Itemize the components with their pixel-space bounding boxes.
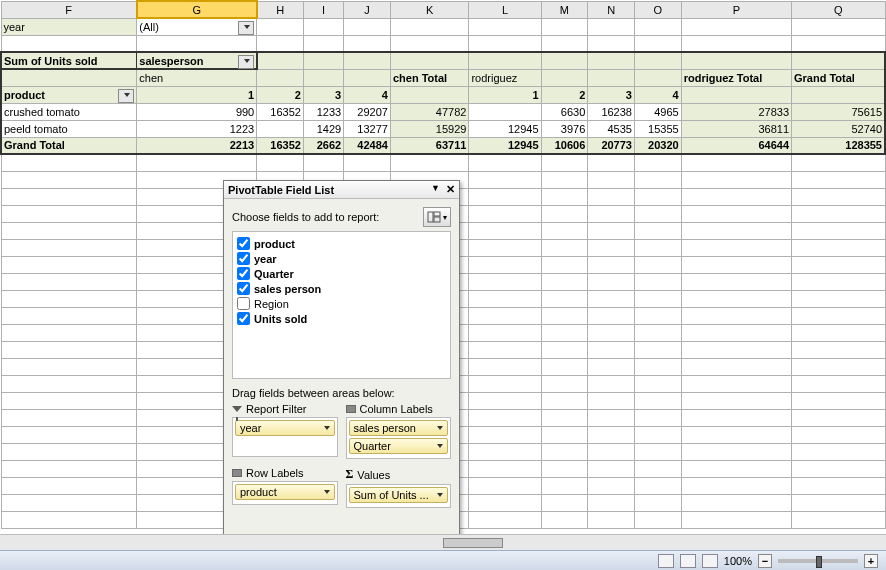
field-item-year[interactable]: year	[237, 251, 446, 266]
report-filter-area[interactable]: year	[232, 417, 338, 457]
field-checkbox[interactable]	[237, 312, 250, 325]
col-header-H[interactable]: H	[257, 1, 304, 18]
column-icon	[346, 405, 356, 413]
svg-rect-2	[434, 217, 440, 222]
col-header-F[interactable]: F	[1, 1, 137, 18]
col-header-K[interactable]: K	[390, 1, 469, 18]
field-item-Quarter[interactable]: Quarter	[237, 266, 446, 281]
field-chip-product[interactable]: product	[235, 484, 335, 500]
col-header-P[interactable]: P	[681, 1, 791, 18]
filter-field-label: year	[1, 18, 137, 35]
data-cell[interactable]: 29207	[344, 103, 391, 120]
col-header-G[interactable]: G	[137, 1, 257, 18]
values-label: Sum of Units sold	[1, 52, 137, 69]
product-dropdown[interactable]: product	[1, 86, 137, 103]
subtotal-cell: 15929	[390, 120, 469, 137]
data-cell[interactable]: 13277	[344, 120, 391, 137]
data-cell[interactable]: 16352	[257, 103, 304, 120]
subtotal-cell: 63711	[390, 137, 469, 154]
col-header-J[interactable]: J	[344, 1, 391, 18]
sigma-icon: Σ	[346, 467, 354, 482]
quarter-cell: 2	[257, 86, 304, 103]
field-item-Units-sold[interactable]: Units sold	[237, 311, 446, 326]
col-header-L[interactable]: L	[469, 1, 541, 18]
page-layout-view-button[interactable]	[680, 554, 696, 568]
rodriguez-total-header: rodriguez Total	[681, 69, 791, 86]
col-header-O[interactable]: O	[634, 1, 681, 18]
field-chip-salesperson[interactable]: sales person	[349, 420, 449, 436]
field-checkbox[interactable]	[237, 282, 250, 295]
values-area[interactable]: Sum of Units ...	[346, 484, 452, 508]
col-header-I[interactable]: I	[303, 1, 343, 18]
data-cell[interactable]: 1233	[303, 103, 343, 120]
chevron-down-icon	[437, 444, 443, 448]
quarter-cell: 2	[541, 86, 588, 103]
quarter-cell: 3	[303, 86, 343, 103]
field-list[interactable]: productyearQuartersales personRegionUnit…	[232, 231, 451, 379]
data-cell[interactable]: 1429	[303, 120, 343, 137]
layout-options-button[interactable]: ▾	[423, 207, 451, 227]
col-header-Q[interactable]: Q	[792, 1, 885, 18]
data-cell: 20320	[634, 137, 681, 154]
column-labels-label: Column Labels	[360, 403, 433, 415]
field-checkbox[interactable]	[237, 297, 250, 310]
data-cell: 12945	[469, 137, 541, 154]
pivot-field-list-panel[interactable]: PivotTable Field List ▼ ✕ Choose fields …	[223, 180, 460, 560]
field-chip-sum-units[interactable]: Sum of Units ...	[349, 487, 449, 503]
chip-label: year	[240, 422, 261, 434]
zoom-out-button[interactable]: −	[758, 554, 772, 568]
quarter-cell: 4	[634, 86, 681, 103]
zoom-slider[interactable]	[778, 559, 858, 563]
field-item-Region[interactable]: Region	[237, 296, 446, 311]
data-cell[interactable]: 15355	[634, 120, 681, 137]
salesperson-dropdown[interactable]: salesperson	[137, 52, 257, 69]
funnel-icon	[232, 406, 242, 412]
field-item-sales-person[interactable]: sales person	[237, 281, 446, 296]
data-cell[interactable]: 3976	[541, 120, 588, 137]
field-checkbox[interactable]	[237, 267, 250, 280]
table-row: crushed tomato 990 16352 1233 29207 4778…	[1, 103, 885, 120]
row-labels-area[interactable]: product	[232, 481, 338, 505]
panel-dropdown-icon[interactable]: ▼	[431, 183, 440, 196]
product-name: crushed tomato	[1, 103, 137, 120]
data-cell[interactable]	[469, 103, 541, 120]
chevron-down-icon	[324, 490, 330, 494]
field-checkbox[interactable]	[237, 252, 250, 265]
field-chip-quarter[interactable]: Quarter	[349, 438, 449, 454]
grand-total-row: Grand Total 2213 16352 2662 42484 63711 …	[1, 137, 885, 154]
close-icon[interactable]: ✕	[446, 183, 455, 196]
column-labels-area[interactable]: sales person Quarter	[346, 417, 452, 459]
data-cell[interactable]: 16238	[588, 103, 635, 120]
table-row: peeld tomato 1223 1429 13277 15929 12945…	[1, 120, 885, 137]
panel-titlebar[interactable]: PivotTable Field List ▼ ✕	[224, 181, 459, 199]
chevron-down-icon	[437, 426, 443, 430]
data-cell[interactable]	[257, 120, 304, 137]
grand-cell: 128355	[792, 137, 885, 154]
horizontal-scrollbar[interactable]	[0, 534, 886, 550]
scrollbar-thumb[interactable]	[443, 538, 503, 548]
data-cell[interactable]: 1223	[137, 120, 257, 137]
field-item-product[interactable]: product	[237, 236, 446, 251]
chip-label: Quarter	[354, 440, 391, 452]
data-cell: 42484	[344, 137, 391, 154]
field-chip-year[interactable]: year	[235, 420, 335, 436]
data-cell[interactable]: 4965	[634, 103, 681, 120]
zoom-in-button[interactable]: +	[864, 554, 878, 568]
page-break-view-button[interactable]	[702, 554, 718, 568]
quarter-cell: 4	[344, 86, 391, 103]
data-cell[interactable]: 12945	[469, 120, 541, 137]
data-cell[interactable]: 6630	[541, 103, 588, 120]
data-cell[interactable]: 4535	[588, 120, 635, 137]
row-icon	[232, 469, 242, 477]
column-header-row: F G H I J K L M N O P Q	[1, 1, 885, 18]
chip-label: product	[240, 486, 277, 498]
normal-view-button[interactable]	[658, 554, 674, 568]
data-cell[interactable]: 990	[137, 103, 257, 120]
col-header-M[interactable]: M	[541, 1, 588, 18]
zoom-percent[interactable]: 100%	[724, 555, 752, 567]
status-bar: 100% − +	[0, 550, 886, 570]
filter-value-dropdown[interactable]: (All)	[137, 18, 257, 35]
field-checkbox[interactable]	[237, 237, 250, 250]
layout-icon	[427, 211, 441, 223]
col-header-N[interactable]: N	[588, 1, 635, 18]
